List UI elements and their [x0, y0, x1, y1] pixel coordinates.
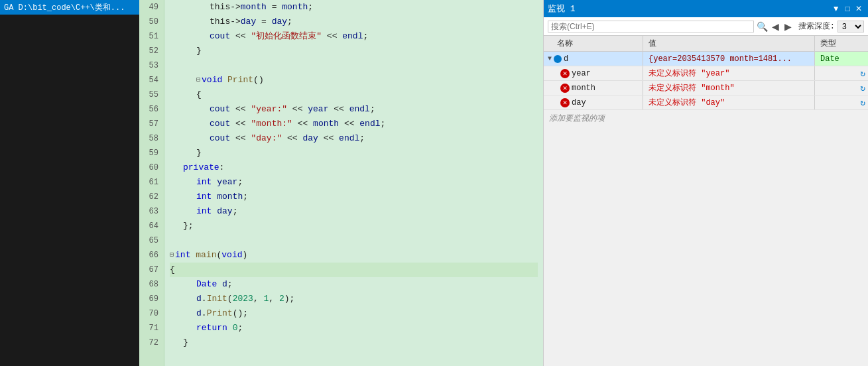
- code-token: =: [256, 15, 271, 29]
- table-row: ⊟int main(void): [170, 248, 538, 263]
- code-token: ;: [237, 175, 243, 190]
- code-token: [222, 73, 227, 88]
- line-number: 55: [145, 88, 158, 102]
- refresh-icon[interactable]: ↻: [860, 97, 865, 108]
- watch-table: 名称 值 类型 ▼ d{year=2035413570 month=1481..…: [544, 36, 868, 366]
- code-token: main: [196, 248, 216, 263]
- search-depth-label: 搜索深度:: [798, 21, 835, 32]
- table-row: Date d;: [170, 277, 538, 292]
- line-number: 71: [145, 321, 158, 336]
- code-token: ;: [233, 204, 238, 219]
- code-token: cout: [210, 117, 230, 131]
- line-number: 59: [145, 146, 158, 160]
- refresh-icon[interactable]: ↻: [860, 68, 865, 79]
- line-number: 53: [145, 58, 158, 73]
- watch-row-value-cell: {year=2035413570 month=1481...: [643, 52, 815, 66]
- search-button[interactable]: 🔍: [757, 21, 768, 32]
- watch-row-name-cell: ✕ year: [544, 66, 643, 80]
- sidebar-title: GA D:\bit_code\C++\类和...: [0, 0, 139, 15]
- table-row: [170, 58, 538, 73]
- code-token: 0: [233, 321, 238, 336]
- table-row: }: [170, 146, 538, 160]
- code-token: "year:": [251, 102, 287, 117]
- watch-restore-button[interactable]: □: [843, 4, 852, 13]
- watch-row-name-cell: ✕ month: [544, 81, 643, 95]
- code-token: ;: [359, 131, 365, 146]
- code-token: [217, 277, 222, 292]
- table-row: this->day = day;: [170, 15, 538, 29]
- code-content[interactable]: this->month = month;this->day = day;cout…: [164, 0, 543, 366]
- table-row: int year;: [170, 175, 538, 190]
- watch-type-value: Date: [820, 54, 839, 64]
- code-token: [212, 175, 217, 190]
- watch-minimize-button[interactable]: ▼: [830, 4, 842, 13]
- watch-row-type-cell: ↻: [815, 95, 868, 109]
- code-token: Date: [196, 277, 217, 292]
- code-token: this->: [210, 15, 241, 29]
- table-row: cout << "month:" << month << endl;: [170, 117, 538, 131]
- code-token: <<: [328, 102, 349, 117]
- code-token: 2: [279, 292, 284, 306]
- code-token: endl: [359, 117, 380, 131]
- sidebar-title-text: GA D:\bit_code\C++\类和...: [4, 2, 125, 13]
- code-token: cout: [210, 131, 230, 146]
- code-token: month: [241, 0, 267, 15]
- code-token: void: [202, 73, 222, 88]
- watch-close-button[interactable]: ✕: [853, 4, 864, 13]
- watch-row[interactable]: ▼ d{year=2035413570 month=1481...Date: [544, 52, 868, 66]
- fold-marker-icon[interactable]: ⊟: [196, 73, 200, 88]
- watch-object-icon: [554, 55, 562, 63]
- watch-row[interactable]: ✕ year未定义标识符 "year"↻: [544, 66, 868, 81]
- code-token: endl: [342, 29, 363, 44]
- code-token: <<: [318, 131, 339, 146]
- watch-row-value-cell: 未定义标识符 "day": [643, 95, 815, 109]
- table-row: ►{: [170, 263, 538, 277]
- line-number: 69: [145, 292, 158, 306]
- code-token: <<: [230, 29, 251, 44]
- table-row: [170, 233, 538, 248]
- code-token: [212, 190, 217, 204]
- code-token: :: [219, 160, 225, 175]
- code-token: d: [196, 292, 202, 306]
- code-token: (: [216, 248, 221, 263]
- watch-row-value-cell: 未定义标识符 "month": [643, 81, 815, 95]
- watch-variable-name: day: [572, 98, 586, 107]
- code-token: d: [222, 277, 227, 292]
- search-nav-back[interactable]: ◀: [771, 21, 780, 32]
- code-token: }: [196, 146, 202, 160]
- fold-marker-icon[interactable]: ⊟: [170, 248, 174, 263]
- watch-row-name-cell: ✕ day: [544, 95, 643, 109]
- line-number: 60: [145, 160, 158, 175]
- watch-row[interactable]: ✕ day未定义标识符 "day"↻: [544, 95, 868, 110]
- expand-arrow-icon[interactable]: ▼: [548, 55, 552, 62]
- table-row: this->month = month;: [170, 0, 538, 15]
- watch-header: 监视 1 ▼ □ ✕: [544, 0, 868, 17]
- refresh-icon[interactable]: ↻: [860, 83, 865, 93]
- code-token: "month:": [251, 117, 292, 131]
- search-depth-select[interactable]: 3 1 2 4 5: [837, 21, 864, 32]
- watch-row[interactable]: ✕ month未定义标识符 "month"↻: [544, 81, 868, 95]
- sidebar: GA D:\bit_code\C++\类和...: [0, 0, 139, 366]
- line-number: 57: [145, 117, 158, 131]
- code-token: <<: [287, 102, 308, 117]
- code-token: ;: [370, 102, 375, 117]
- watch-col-headers: 名称 值 类型: [544, 36, 868, 52]
- search-input[interactable]: [548, 21, 754, 32]
- code-token: <<: [230, 102, 251, 117]
- code-editor: 4950515253545556575859606162636465666768…: [139, 0, 543, 366]
- table-row: cout << "初始化函数结束" << endl;: [170, 29, 538, 44]
- code-token: endl: [349, 102, 370, 117]
- code-token: Init: [207, 292, 227, 306]
- code-token: .: [202, 292, 207, 306]
- search-nav-fwd[interactable]: ▶: [783, 21, 793, 32]
- add-watch-label[interactable]: 添加要监视的项: [544, 110, 868, 127]
- line-number: 58: [145, 131, 158, 146]
- line-number: 67: [145, 263, 158, 277]
- code-area: 4950515253545556575859606162636465666768…: [139, 0, 543, 366]
- code-token: ;: [363, 29, 368, 44]
- line-number: 65: [145, 233, 158, 248]
- code-token: month: [217, 190, 243, 204]
- code-token: endl: [339, 131, 359, 146]
- code-token: ;: [227, 277, 233, 292]
- code-token: day: [302, 131, 318, 146]
